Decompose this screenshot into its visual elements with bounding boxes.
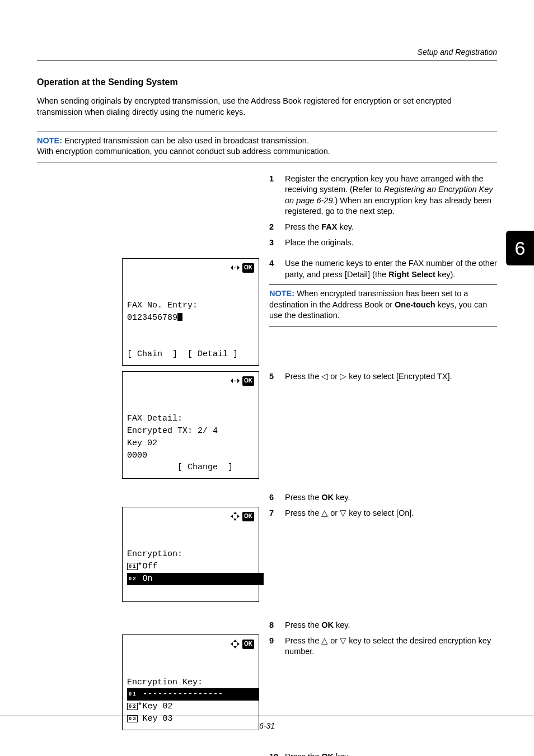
step-number: 9 xyxy=(269,636,285,647)
ok-badge: OK xyxy=(242,640,254,649)
lcd-line: 0123456789 xyxy=(127,313,177,323)
lcd-line: FAX No. Entry: xyxy=(127,301,198,310)
chapter-tab: 6 xyxy=(506,231,534,265)
lcd-line: Encryption: xyxy=(127,549,182,559)
down-arrow-icon: ▽ xyxy=(340,636,346,645)
note-label: NOTE: xyxy=(37,136,62,145)
svg-marker-3 xyxy=(231,379,233,383)
option-index: 0 1 xyxy=(127,690,138,698)
step-number: 5 xyxy=(269,371,285,382)
svg-marker-12 xyxy=(231,642,233,646)
note-label: NOTE: xyxy=(269,289,294,298)
cursor-icon xyxy=(177,313,182,321)
note-block-2: NOTE: When encrypted transmission has be… xyxy=(269,284,497,326)
svg-marker-6 xyxy=(233,512,237,514)
svg-point-4 xyxy=(235,380,236,382)
step-text: Press the FAX key. xyxy=(285,222,497,233)
ok-badge: OK xyxy=(242,376,254,386)
step-6: 6 Press the OK key. xyxy=(269,492,497,503)
page-number: 6-31 xyxy=(259,721,275,730)
lcd-line: Encrypted TX: 2/ 4 xyxy=(127,426,218,436)
nav-cross-icon xyxy=(231,512,240,521)
page-footer: 6-31 xyxy=(0,716,534,731)
step-number: 8 xyxy=(269,620,285,631)
chapter-number: 6 xyxy=(515,237,526,259)
nav-horizontal-icon xyxy=(231,376,240,385)
running-header: Setup and Registration xyxy=(37,47,497,60)
svg-marker-9 xyxy=(237,515,240,518)
step-number: 1 xyxy=(269,174,285,185)
step-3: 3 Place the originals. xyxy=(269,237,497,249)
down-arrow-icon: ▽ xyxy=(340,508,346,517)
step-9: 9 Press the △ or ▽ key to select the des… xyxy=(269,636,497,657)
option-index: 0 2 xyxy=(127,703,138,710)
step-text: Press the △ or ▽ key to select [On]. xyxy=(285,508,497,519)
step-10: 10 Press the OK key. xyxy=(269,752,497,756)
step-number: 7 xyxy=(269,508,285,519)
lcd-fax-detail: OK FAX Detail: Encrypted TX: 2/ 4 Key 02… xyxy=(122,371,259,479)
lcd-line: Encryption Key: xyxy=(127,678,203,687)
step-7: 7 Press the △ or ▽ key to select [On]. xyxy=(269,508,497,519)
svg-marker-8 xyxy=(231,515,233,518)
step-text: Press the ◁ or ▷ key to select [Encrypte… xyxy=(285,371,497,382)
section-title: Operation at the Sending System xyxy=(37,76,497,88)
step-1: 1 Register the encryption key you have a… xyxy=(269,174,497,217)
left-arrow-icon: ◁ xyxy=(321,372,328,381)
svg-point-1 xyxy=(235,267,236,269)
step-text: Press the △ or ▽ key to select the desir… xyxy=(285,636,497,657)
note-text-1: Encrypted transmission can be also used … xyxy=(62,136,309,145)
lcd-encryption: OK Encryption: 0 1*Off 0 2 On xyxy=(122,507,259,602)
step-text: Use the numeric keys to enter the FAX nu… xyxy=(285,258,497,280)
note-block-1: NOTE: Encrypted transmission can be also… xyxy=(37,132,497,162)
lcd-option: *Off xyxy=(138,562,158,571)
option-index: 0 2 xyxy=(127,575,138,582)
lcd-option-selected: ---------------- xyxy=(138,689,223,699)
lcd-option-selected: On xyxy=(138,574,153,584)
step-8: 8 Press the OK key. xyxy=(269,620,497,631)
step-number: 6 xyxy=(269,492,285,503)
step-number: 3 xyxy=(269,237,285,249)
nav-cross-icon xyxy=(231,640,240,648)
nav-horizontal-icon xyxy=(231,263,240,272)
lcd-line: [ Chain ] [ Detail ] xyxy=(127,349,238,359)
svg-marker-10 xyxy=(233,640,237,642)
lcd-line: 0000 xyxy=(127,451,147,460)
step-text: Register the encryption key you have arr… xyxy=(285,174,497,217)
svg-marker-13 xyxy=(237,642,240,646)
right-arrow-icon: ▷ xyxy=(340,372,346,381)
svg-marker-7 xyxy=(233,519,237,521)
step-text: Press the OK key. xyxy=(285,752,497,756)
svg-marker-11 xyxy=(233,646,237,648)
step-2: 2 Press the FAX key. xyxy=(269,222,497,233)
lcd-option: *Key 02 xyxy=(138,702,173,711)
option-index: 0 1 xyxy=(127,563,138,570)
running-title: Setup and Registration xyxy=(418,48,497,57)
intro-paragraph: When sending originals by encrypted tran… xyxy=(37,96,497,118)
up-arrow-icon: △ xyxy=(321,508,328,517)
step-4: 4 Use the numeric keys to enter the FAX … xyxy=(269,258,497,280)
ok-badge: OK xyxy=(242,512,254,521)
step-number: 4 xyxy=(269,258,285,269)
lcd-line: FAX Detail: xyxy=(127,414,182,423)
step-number: 2 xyxy=(269,222,285,233)
lcd-line: [ Change ] xyxy=(127,463,233,472)
step-text: Place the originals. xyxy=(285,237,497,249)
ok-badge: OK xyxy=(242,263,254,273)
note-text-2: With encryption communication, you canno… xyxy=(37,147,330,156)
lcd-line: Key 02 xyxy=(127,438,157,448)
svg-marker-0 xyxy=(231,265,233,270)
step-5: 5 Press the ◁ or ▷ key to select [Encryp… xyxy=(269,371,497,382)
lcd-fax-entry: OK FAX No. Entry: 0123456789 [ Chain ] [… xyxy=(122,258,259,366)
up-arrow-icon: △ xyxy=(321,636,328,645)
step-text: Press the OK key. xyxy=(285,492,497,503)
svg-marker-2 xyxy=(237,265,240,270)
svg-marker-5 xyxy=(237,379,240,383)
step-number: 10 xyxy=(269,752,285,756)
step-text: Press the OK key. xyxy=(285,620,497,631)
